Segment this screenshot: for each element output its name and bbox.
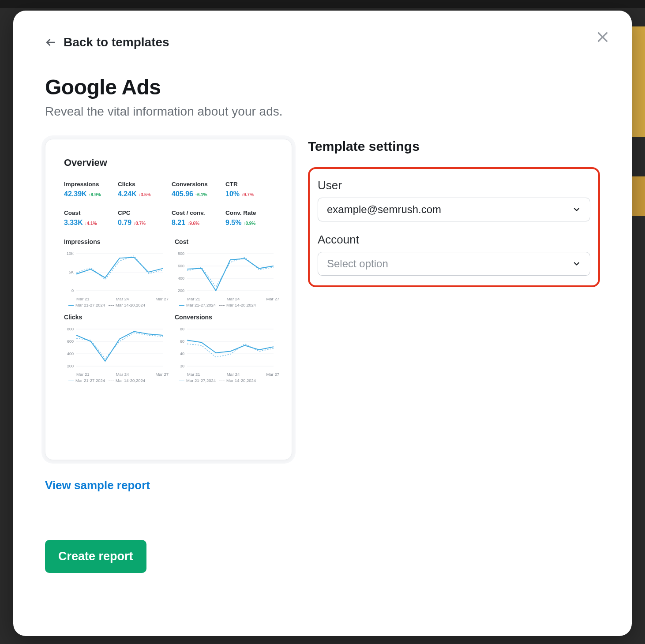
mini-chart: Conversions80604030Mar 21Mar 24Mar 27Mar… [175, 314, 279, 383]
settings-highlight-box: User example@semrush.com Account Select … [308, 167, 600, 287]
svg-text:200: 200 [178, 288, 184, 293]
chart-series-prev [76, 333, 163, 359]
metric-delta: ↓4.1% [85, 221, 97, 226]
mini-chart-legend: Mar 21-27,2024Mar 14-20,2024 [64, 377, 169, 383]
account-dropdown[interactable]: Select option [318, 252, 590, 276]
metric-delta: ↑6.1% [195, 192, 207, 197]
mini-chart: Cost800600400200Mar 21Mar 24Mar 27Mar 21… [175, 238, 279, 307]
user-field-label: User [318, 179, 590, 192]
mini-chart-xticks: Mar 21Mar 24Mar 27 [175, 371, 279, 377]
mini-chart-title: Cost [175, 238, 279, 245]
svg-text:80: 80 [180, 327, 184, 331]
svg-text:600: 600 [67, 339, 74, 344]
close-icon [596, 30, 610, 46]
svg-text:400: 400 [67, 352, 74, 356]
right-column: Template settings User example@semrush.c… [308, 139, 600, 287]
template-settings-heading: Template settings [308, 139, 600, 154]
bg-stripe [0, 0, 645, 8]
metric-delta: ↓0.7% [133, 221, 146, 226]
metric-delta: ↓9.6% [187, 221, 199, 226]
svg-text:60: 60 [180, 339, 184, 344]
metric-delta: ↓3.5% [139, 192, 151, 197]
svg-text:10K: 10K [67, 251, 74, 256]
back-link-text: Back to templates [64, 35, 169, 49]
svg-text:800: 800 [178, 251, 184, 256]
mini-chart-title: Conversions [175, 314, 279, 321]
mini-chart-canvas: 10K5K0 [64, 249, 165, 296]
account-dropdown-placeholder: Select option [327, 258, 388, 270]
mini-chart-xticks: Mar 21Mar 24Mar 27 [175, 296, 279, 301]
user-dropdown-value: example@semrush.com [327, 203, 441, 216]
charts-grid: Impressions10K5K0Mar 21Mar 24Mar 27Mar 2… [64, 238, 279, 383]
chart-series-prev [76, 256, 163, 280]
mini-chart: Impressions10K5K0Mar 21Mar 24Mar 27Mar 2… [64, 238, 169, 307]
metric-label: Conv. Rate [225, 210, 279, 216]
metric-label: Clicks [118, 181, 172, 187]
metric-value: 4.24K [118, 190, 137, 198]
svg-text:0: 0 [71, 288, 74, 293]
mini-chart-xticks: Mar 21Mar 24Mar 27 [64, 371, 169, 377]
template-preview-card: Overview Impressions42.39K↑8.9%Clicks4.2… [45, 139, 292, 460]
page-subtitle: Reveal the vital information about your … [45, 105, 600, 119]
metric-tile: CPC0.79↓0.7% [118, 210, 172, 227]
metric-tile: Coast3.33K↓4.1% [64, 210, 118, 227]
svg-text:30: 30 [180, 364, 184, 368]
create-report-button[interactable]: Create report [45, 540, 146, 573]
preview-heading: Overview [64, 157, 279, 168]
view-sample-report-link[interactable]: View sample report [45, 479, 150, 492]
metric-tile: Impressions42.39K↑8.9% [64, 181, 118, 198]
metric-label: CTR [225, 181, 279, 187]
metric-tile: CTR10%↓9.7% [225, 181, 279, 198]
mini-chart-title: Impressions [64, 238, 169, 245]
metric-value: 405.96 [172, 190, 193, 198]
metric-value: 42.39K [64, 190, 87, 198]
mini-chart-title: Clicks [64, 314, 169, 321]
mini-chart-canvas: 800600400200 [175, 249, 275, 296]
metric-value: 8.21 [172, 219, 185, 227]
metric-tile: Clicks4.24K↓3.5% [118, 181, 172, 198]
svg-text:40: 40 [180, 352, 184, 356]
metrics-row-1: Impressions42.39K↑8.9%Clicks4.24K↓3.5%Co… [64, 181, 279, 198]
chart-series-prev [187, 257, 274, 287]
page-title: Google Ads [45, 75, 600, 99]
chart-series-prev [187, 344, 274, 357]
metric-tile: Cost / conv.8.21↓9.6% [172, 210, 225, 227]
mini-chart: Clicks800600400200Mar 21Mar 24Mar 27Mar … [64, 314, 169, 383]
metric-value: 9.5% [225, 219, 241, 227]
mini-chart-legend: Mar 21-27,2024Mar 14-20,2024 [175, 301, 279, 307]
left-column: Overview Impressions42.39K↑8.9%Clicks4.2… [45, 139, 292, 573]
mini-chart-canvas: 80604030 [175, 324, 275, 371]
user-dropdown[interactable]: example@semrush.com [318, 198, 590, 221]
metric-delta: ↑8.9% [89, 192, 101, 197]
modal: Back to templates Google Ads Reveal the … [13, 11, 632, 636]
chart-series-current [187, 258, 274, 291]
metric-label: Coast [64, 210, 118, 216]
chart-series-current [76, 257, 163, 277]
metric-delta: ↑0.9% [243, 221, 255, 226]
metric-label: Conversions [172, 181, 225, 187]
mini-chart-canvas: 800600400200 [64, 324, 165, 371]
metric-value: 10% [225, 190, 240, 198]
metric-tile: Conversions405.96↑6.1% [172, 181, 225, 198]
svg-text:200: 200 [67, 364, 74, 368]
back-to-templates-link[interactable]: Back to templates [45, 35, 169, 49]
mini-chart-legend: Mar 21-27,2024Mar 14-20,2024 [64, 301, 169, 307]
chart-series-current [76, 332, 163, 361]
svg-text:600: 600 [178, 264, 184, 268]
close-button[interactable] [593, 28, 612, 48]
metric-value: 0.79 [118, 219, 131, 227]
chevron-down-icon [572, 259, 581, 268]
mini-chart-xticks: Mar 21Mar 24Mar 27 [64, 296, 169, 301]
metrics-row-2: Coast3.33K↓4.1%CPC0.79↓0.7%Cost / conv.8… [64, 210, 279, 227]
metric-delta: ↓9.7% [241, 192, 254, 197]
account-field-label: Account [318, 233, 590, 247]
svg-text:800: 800 [67, 327, 74, 331]
metric-label: Cost / conv. [172, 210, 225, 216]
chevron-down-icon [572, 205, 581, 214]
metric-label: CPC [118, 210, 172, 216]
bg-stripe [632, 26, 645, 137]
metric-value: 3.33K [64, 219, 83, 227]
svg-text:400: 400 [178, 276, 184, 281]
arrow-left-icon [45, 37, 56, 48]
metric-tile: Conv. Rate9.5%↑0.9% [225, 210, 279, 227]
